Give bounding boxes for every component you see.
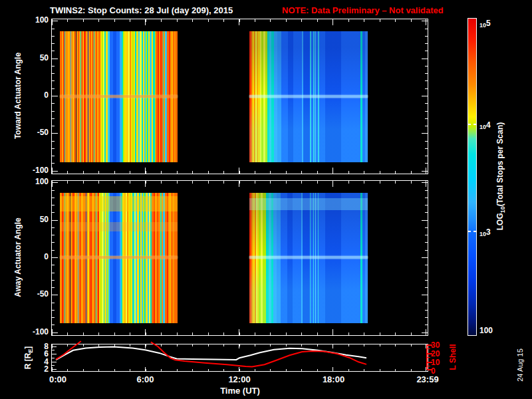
axis-tick [52,295,58,295]
axis-tick [208,344,209,346]
axis-tick [192,171,193,174]
axis-tick [425,88,428,89]
y-tick-label: 100 [18,15,49,25]
axis-tick [52,303,55,303]
axis-tick [177,181,178,184]
l-shell-tick-label: 30 [431,340,440,350]
axis-tick [130,369,130,371]
y-tick-label: 0 [18,90,49,100]
axis-tick [52,350,55,350]
axis-tick [270,369,271,371]
axis-tick [52,103,55,104]
axis-tick [192,181,193,184]
axis-tick [239,171,240,174]
axis-tick [425,148,428,149]
x-tick-label: 18:00 [311,374,357,384]
axis-tick [301,19,302,22]
axis-tick [332,332,333,335]
axis-tick [208,181,209,184]
axis-tick [98,369,99,371]
axis-tick [161,19,162,22]
axis-tick [425,250,428,251]
axis-tick [52,51,55,51]
colorbar-label-1e3: 103 [479,227,491,237]
axis-tick [52,325,55,325]
axis-tick [98,171,99,174]
axis-tick [422,133,428,134]
axis-tick [161,181,162,184]
zero-angle-stripe [60,256,178,259]
panel-away-spectrogram [51,180,428,336]
axis-tick [411,181,412,184]
axis-tick [239,181,240,184]
axis-tick [422,21,428,21]
l-shell-tick-label: 10 [431,358,440,367]
axis-tick [98,181,99,184]
axis-tick [52,354,57,354]
axis-tick [161,369,162,371]
y-tick-label: 50 [18,215,49,224]
axis-tick [425,265,428,265]
axis-tick [52,59,58,59]
axis-tick [52,250,55,251]
l-shell-axis-title: L Shell [448,344,458,370]
axis-tick [192,344,193,346]
axis-tick [52,43,55,44]
axis-tick [422,257,428,258]
axis-tick [395,332,396,335]
axis-tick [146,19,146,22]
axis-tick [146,369,146,371]
axis-tick [177,344,178,346]
axis-tick [67,332,68,335]
axis-tick [67,344,68,346]
axis-tick [301,332,302,335]
axis-tick [426,367,426,371]
axis-tick [425,43,428,44]
axis-tick [52,111,55,112]
axis-tick [301,171,302,174]
axis-tick [270,332,271,335]
axis-tick [83,19,84,22]
axis-tick [425,235,428,235]
colorbar-tick [473,124,476,125]
axis-tick [114,171,115,174]
axis-tick [52,362,57,362]
x-tick-label: 0:00 [35,374,81,384]
axis-tick [411,332,412,335]
zero-angle-stripe [249,256,368,259]
axis-tick [192,369,193,371]
axis-tick [98,344,99,346]
axis-tick [364,369,364,371]
y-tick-label: -50 [18,128,49,137]
axis-tick [380,19,380,22]
panel-orbit-lines [51,344,428,372]
axis-tick [52,287,55,288]
axis-tick [52,242,55,243]
axis-tick [425,163,428,164]
axis-tick [255,344,255,346]
axis-tick [395,19,396,22]
axis-tick [317,332,318,335]
axis-tick [146,344,146,346]
axis-tick [52,141,55,142]
axis-tick [255,171,255,174]
axis-tick [425,280,428,281]
axis-tick [380,171,380,174]
axis-tick [348,181,349,184]
axis-tick [428,366,430,366]
axis-tick [348,19,349,22]
axis-tick [332,171,333,174]
heatmap-away-afternoon [249,193,368,323]
axis-tick [52,332,58,333]
axis-tick [428,348,430,349]
axis-tick [52,96,58,96]
colorbar-label-100: 100 [479,326,493,335]
axis-tick [52,273,55,273]
axis-tick [364,332,364,335]
axis-tick [317,181,318,184]
axis-tick [395,369,396,371]
preliminary-note: NOTE: Data Preliminary – Not validated [282,5,444,15]
axis-tick [425,273,428,273]
y-tick-label: 50 [18,53,49,63]
axis-tick [425,126,428,126]
